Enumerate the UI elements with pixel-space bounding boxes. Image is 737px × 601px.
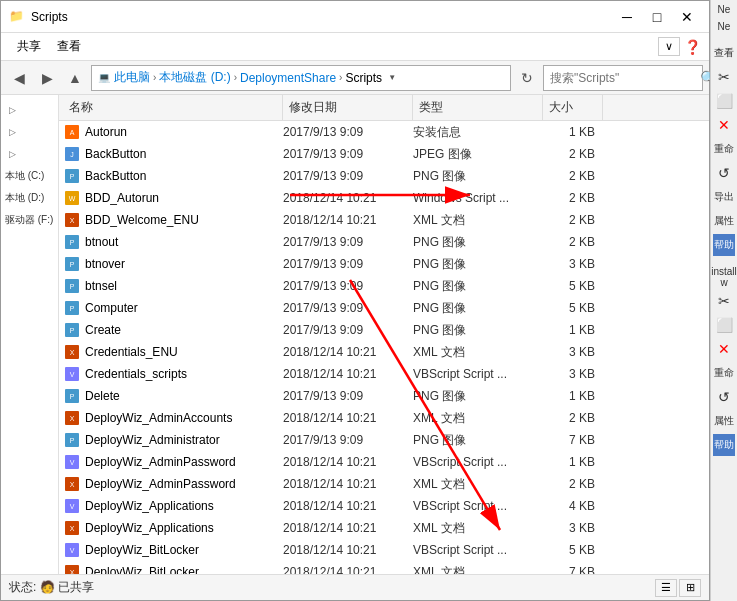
table-row[interactable]: W BDD_Autorun 2018/12/14 10:21 Windows S…: [59, 187, 709, 209]
expand-ribbon-button[interactable]: ∨: [658, 37, 680, 56]
right-panel-refresh[interactable]: ↺: [713, 162, 735, 184]
table-row[interactable]: X DeployWiz_Applications 2018/12/14 10:2…: [59, 517, 709, 539]
right-panel-help[interactable]: 帮助: [713, 234, 735, 256]
right-panel-copy[interactable]: ⬜: [713, 90, 735, 112]
file-date: 2018/12/14 10:21: [283, 477, 413, 491]
right-panel-refresh2[interactable]: ↺: [713, 386, 735, 408]
file-name: DeployWiz_Applications: [85, 521, 283, 535]
right-panel-ne: Ne: [718, 4, 731, 15]
minimize-button[interactable]: ─: [613, 7, 641, 27]
table-row[interactable]: X DeployWiz_AdminPassword 2018/12/14 10:…: [59, 473, 709, 495]
table-row[interactable]: P btnsel 2017/9/13 9:09 PNG 图像 5 KB: [59, 275, 709, 297]
right-panel-search[interactable]: 查看: [713, 42, 735, 64]
table-row[interactable]: P btnover 2017/9/13 9:09 PNG 图像 3 KB: [59, 253, 709, 275]
file-name: BackButton: [85, 147, 283, 161]
table-row[interactable]: X DeployWiz_BitLocker 2018/12/14 10:21 X…: [59, 561, 709, 574]
table-row[interactable]: J BackButton 2017/9/13 9:09 JPEG 图像 2 KB: [59, 143, 709, 165]
nav-item-1[interactable]: ▷: [1, 99, 58, 121]
right-panel-export2[interactable]: 属性: [713, 410, 735, 432]
table-row[interactable]: P Delete 2017/9/13 9:09 PNG 图像 1 KB: [59, 385, 709, 407]
file-type-text: XML 文档: [413, 212, 543, 229]
refresh-button[interactable]: ↻: [515, 66, 539, 90]
file-name: Computer: [85, 301, 283, 315]
right-panel-ne2: Ne: [718, 21, 731, 32]
file-type-icon: J: [63, 145, 81, 163]
col-header-name[interactable]: 名称: [63, 95, 283, 120]
right-panel-props[interactable]: 属性: [713, 210, 735, 232]
table-row[interactable]: X Credentials_ENU 2018/12/14 10:21 XML 文…: [59, 341, 709, 363]
file-size: 2 KB: [543, 235, 603, 249]
list-view-button[interactable]: ☰: [655, 579, 677, 597]
table-row[interactable]: X BDD_Welcome_ENU 2018/12/14 10:21 XML 文…: [59, 209, 709, 231]
file-type-icon: V: [63, 541, 81, 559]
breadcrumb-dropdown[interactable]: ▼: [384, 70, 400, 86]
file-name: DeployWiz_AdminPassword: [85, 477, 283, 491]
file-type-icon: P: [63, 277, 81, 295]
table-row[interactable]: P Computer 2017/9/13 9:09 PNG 图像 5 KB: [59, 297, 709, 319]
table-row[interactable]: X DeployWiz_AdminAccounts 2018/12/14 10:…: [59, 407, 709, 429]
right-panel-copy2[interactable]: ⬜: [713, 314, 735, 336]
menu-share[interactable]: 共享: [9, 35, 49, 58]
right-panel-rename[interactable]: 重命: [713, 138, 735, 160]
file-type-icon: P: [63, 233, 81, 251]
right-panel-help2[interactable]: 帮助: [713, 434, 735, 456]
file-type-text: PNG 图像: [413, 432, 543, 449]
file-type-text: VBScript Script ...: [413, 367, 543, 381]
nav-item-local-d[interactable]: 本地 (D:): [1, 187, 58, 209]
file-name: btnout: [85, 235, 283, 249]
maximize-button[interactable]: □: [643, 7, 671, 27]
file-type-icon: P: [63, 299, 81, 317]
file-type-icon: X: [63, 211, 81, 229]
right-panel-delete2[interactable]: ✕: [713, 338, 735, 360]
file-type-icon: P: [63, 321, 81, 339]
up-button[interactable]: ▲: [63, 66, 87, 90]
file-type-icon: P: [63, 387, 81, 405]
menu-view[interactable]: 查看: [49, 35, 89, 58]
right-panel-export[interactable]: 导出: [713, 186, 735, 208]
breadcrumb-bar: 💻 此电脑 › 本地磁盘 (D:) › DeploymentShare › Sc…: [91, 65, 511, 91]
table-row[interactable]: A Autorun 2017/9/13 9:09 安装信息 1 KB: [59, 121, 709, 143]
help-button[interactable]: ❓: [684, 39, 701, 55]
table-row[interactable]: P BackButton 2017/9/13 9:09 PNG 图像 2 KB: [59, 165, 709, 187]
nav-item-2[interactable]: ▷: [1, 121, 58, 143]
right-panel-delete[interactable]: ✕: [713, 114, 735, 136]
col-header-type[interactable]: 类型: [413, 95, 543, 120]
file-size: 2 KB: [543, 477, 603, 491]
search-input[interactable]: [550, 71, 700, 85]
back-button[interactable]: ◀: [7, 66, 31, 90]
close-button[interactable]: ✕: [673, 7, 701, 27]
file-type-text: XML 文档: [413, 476, 543, 493]
table-row[interactable]: V DeployWiz_Applications 2018/12/14 10:2…: [59, 495, 709, 517]
col-header-date[interactable]: 修改日期: [283, 95, 413, 120]
col-header-size[interactable]: 大小: [543, 95, 603, 120]
file-date: 2018/12/14 10:21: [283, 521, 413, 535]
file-name: BDD_Welcome_ENU: [85, 213, 283, 227]
pc-icon: 💻: [98, 72, 110, 83]
forward-button[interactable]: ▶: [35, 66, 59, 90]
nav-item-3[interactable]: ▷: [1, 143, 58, 165]
right-panel-cut[interactable]: ✂: [713, 66, 735, 88]
status-text: 状态: 🧑 已共享: [9, 579, 655, 596]
file-size: 3 KB: [543, 521, 603, 535]
file-type-icon: P: [63, 167, 81, 185]
file-size: 1 KB: [543, 455, 603, 469]
right-panel: Ne Ne 查看 ✂ ⬜ ✕ 重命 ↺ 导出 属性 帮助 install w ✂…: [710, 0, 737, 601]
right-panel-rename2[interactable]: 重命: [713, 362, 735, 384]
nav-item-local-c[interactable]: 本地 (C:): [1, 165, 58, 187]
table-row[interactable]: P Create 2017/9/13 9:09 PNG 图像 1 KB: [59, 319, 709, 341]
table-row[interactable]: P btnout 2017/9/13 9:09 PNG 图像 2 KB: [59, 231, 709, 253]
table-row[interactable]: V Credentials_scripts 2018/12/14 10:21 V…: [59, 363, 709, 385]
detail-view-button[interactable]: ⊞: [679, 579, 701, 597]
table-row[interactable]: P DeployWiz_Administrator 2017/9/13 9:09…: [59, 429, 709, 451]
breadcrumb-pc[interactable]: 此电脑: [114, 69, 150, 86]
table-row[interactable]: V DeployWiz_AdminPassword 2018/12/14 10:…: [59, 451, 709, 473]
title-controls: ─ □ ✕: [613, 7, 701, 27]
table-row[interactable]: V DeployWiz_BitLocker 2018/12/14 10:21 V…: [59, 539, 709, 561]
nav-item-local-f[interactable]: 驱动器 (F:): [1, 209, 58, 231]
file-date: 2017/9/13 9:09: [283, 323, 413, 337]
right-panel-cut2[interactable]: ✂: [713, 290, 735, 312]
breadcrumb-deployshare[interactable]: DeploymentShare: [240, 71, 336, 85]
file-date: 2017/9/13 9:09: [283, 147, 413, 161]
window-title: Scripts: [31, 10, 613, 24]
breadcrumb-drive[interactable]: 本地磁盘 (D:): [159, 69, 230, 86]
